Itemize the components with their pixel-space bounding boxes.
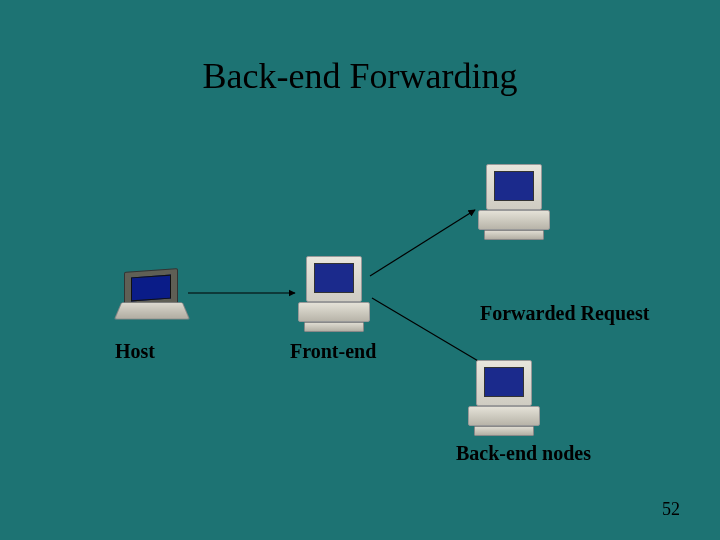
host-label: Host <box>115 340 155 363</box>
backend-node-bottom-icon <box>468 360 538 432</box>
host-machine-icon <box>118 270 188 326</box>
backend-nodes-label: Back-end nodes <box>456 442 591 465</box>
svg-line-1 <box>370 210 475 276</box>
front-end-computer-icon <box>298 256 368 328</box>
forwarded-request-label: Forwarded Request <box>480 302 649 325</box>
svg-line-2 <box>372 298 490 368</box>
backend-node-top-icon <box>478 164 548 236</box>
front-end-label: Front-end <box>290 340 376 363</box>
page-number: 52 <box>662 499 680 520</box>
slide-title: Back-end Forwarding <box>0 55 720 97</box>
